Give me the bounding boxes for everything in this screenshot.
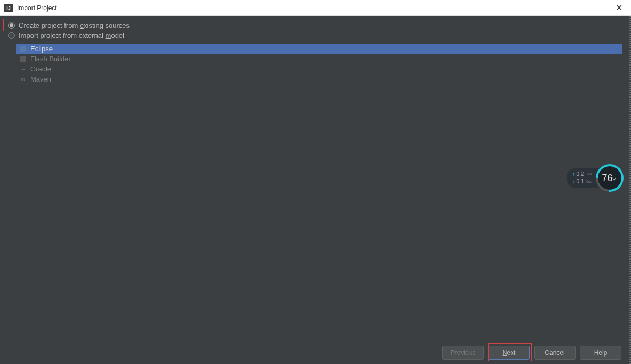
radio-label-existing: Create project from existing sources [19,21,130,29]
titlebar: IJ Import Project ✕ [0,0,631,16]
eclipse-icon [19,45,27,53]
import-mode-radio-group: Create project from existing sources Imp… [0,20,631,41]
list-item-label: Flash Builder [30,55,71,63]
arrow-up-icon: ↑ [572,171,575,178]
previous-button[interactable]: Previous [442,346,484,360]
list-item-flash-builder[interactable]: Flash Builder [16,54,622,64]
arrow-down-icon: ↓ [572,178,575,185]
radio-import-external-model[interactable]: Import project from external model [8,30,623,41]
list-item-maven[interactable]: m Maven [16,74,622,84]
cancel-button[interactable]: Cancel [534,346,576,360]
dialog-body: Create project from existing sources Imp… [0,16,631,364]
gauge-value: 76% [602,173,618,184]
radio-icon [8,22,15,29]
help-button[interactable]: Help [580,346,621,360]
list-item-label: Eclipse [30,45,53,53]
radio-create-from-existing[interactable]: Create project from existing sources [8,20,623,30]
download-speed: ↓ 0.1K/s [572,178,592,185]
list-item-gradle[interactable]: ~ Gradle [16,64,622,74]
gradle-icon: ~ [19,66,27,73]
app-icon: IJ [4,4,13,12]
external-model-list: Eclipse Flash Builder ~ Gradle m Maven [16,44,622,84]
radio-label-external: Import project from external model [19,31,124,39]
list-item-label: Maven [30,75,51,83]
window-title: Import Project [17,4,611,12]
flash-builder-icon [19,55,27,63]
list-item-eclipse[interactable]: Eclipse [16,44,622,54]
close-icon[interactable]: ✕ [611,3,627,13]
network-monitor-widget: ↑ 0.2K/s ↓ 0.1K/s 76% [567,164,624,192]
list-item-label: Gradle [30,65,51,73]
upload-speed: ↑ 0.2K/s [572,171,592,178]
maven-icon: m [19,76,27,83]
next-button[interactable]: Next [488,346,530,360]
usage-gauge: 76% [596,164,624,192]
radio-icon [8,32,15,39]
wizard-button-bar: Previous Next Cancel Help [0,341,631,364]
